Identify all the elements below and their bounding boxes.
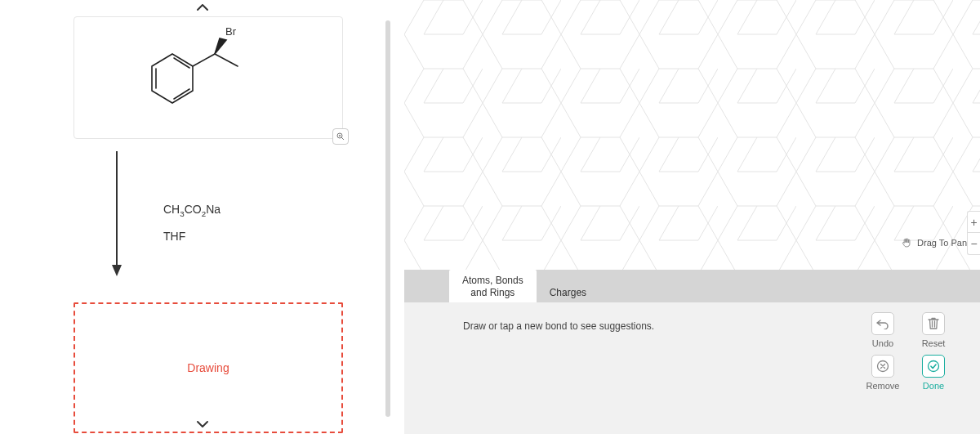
reset-button[interactable]: Reset: [911, 312, 956, 348]
svg-marker-5: [215, 38, 226, 54]
zoom-in-button[interactable]: +: [968, 212, 980, 233]
question-panel: Br CH3CO2Na THF Drawing: [0, 0, 404, 434]
tab-charges[interactable]: Charges: [537, 282, 599, 302]
done-button[interactable]: Done: [911, 355, 956, 391]
reagent-1: CH3CO2Na: [163, 203, 220, 218]
zoom-controls: + −: [967, 211, 980, 255]
suggestion-hint: Draw or tap a new bond to see suggestion…: [463, 320, 654, 332]
action-buttons: Undo Reset Remove: [861, 312, 956, 391]
svg-line-4: [193, 54, 215, 66]
svg-line-6: [215, 54, 238, 66]
check-circle-icon: [922, 355, 945, 378]
panel-divider[interactable]: [385, 20, 390, 417]
remove-button[interactable]: Remove: [861, 355, 905, 391]
tab-atoms-bonds-rings[interactable]: Atoms, Bonds and Rings: [449, 270, 537, 302]
pan-hint: Drag To Pan: [901, 237, 967, 248]
remove-label: Remove: [866, 381, 900, 391]
chevron-up-icon[interactable]: [196, 2, 209, 14]
svg-line-8: [341, 137, 344, 140]
chevron-down-icon[interactable]: [196, 418, 209, 431]
reset-label: Reset: [922, 338, 946, 348]
reaction-arrow-icon: [110, 147, 123, 278]
close-circle-icon: [871, 355, 894, 378]
reactant-structure[interactable]: Br: [74, 16, 343, 139]
reagent-2: THF: [163, 230, 220, 243]
bromine-label: Br: [225, 25, 236, 38]
reagent-list: CH3CO2Na THF: [163, 203, 220, 254]
svg-marker-12: [112, 265, 122, 276]
molecule-svg: [74, 17, 344, 140]
tool-tabs: Atoms, Bonds and Rings Charges: [404, 270, 980, 302]
undo-label: Undo: [872, 338, 893, 348]
hex-grid: [404, 0, 980, 270]
zoom-out-button[interactable]: −: [968, 233, 980, 254]
trash-icon: [922, 312, 945, 335]
drawing-canvas[interactable]: Drag To Pan + −: [404, 0, 980, 270]
grab-hand-icon: [901, 237, 912, 248]
undo-button[interactable]: Undo: [861, 312, 905, 348]
drawing-label: Drawing: [187, 361, 229, 374]
svg-marker-0: [152, 54, 193, 103]
pan-label: Drag To Pan: [917, 238, 967, 248]
svg-rect-15: [404, 0, 980, 270]
drawing-panel: Drag To Pan + − Atoms, Bonds and Rings C…: [404, 0, 980, 434]
svg-point-17: [929, 361, 939, 372]
zoom-in-icon[interactable]: [332, 128, 349, 145]
tool-panel: Draw or tap a new bond to see suggestion…: [404, 302, 980, 434]
drawing-target[interactable]: Drawing: [74, 302, 343, 433]
undo-icon: [871, 312, 894, 335]
done-label: Done: [923, 381, 944, 391]
